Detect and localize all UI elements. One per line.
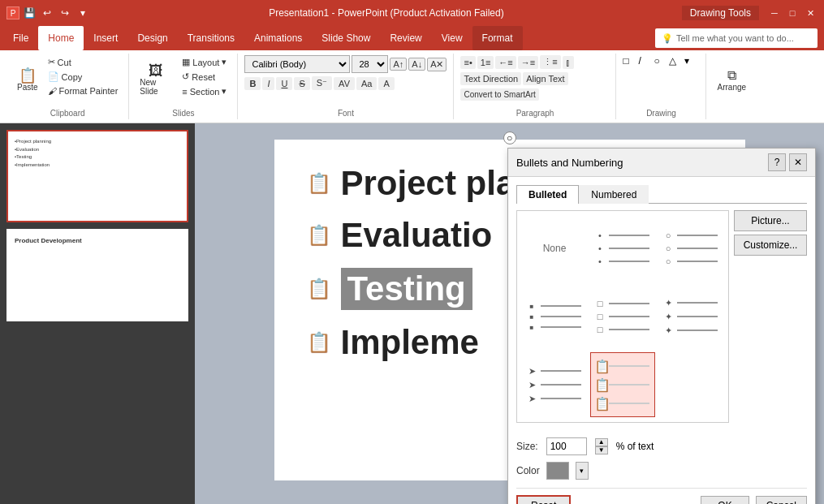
text-shadow-button[interactable]: S⁻ <box>312 76 332 90</box>
cur-line-2: 📋 <box>594 377 651 393</box>
columns-button[interactable]: ⫿ <box>563 56 574 69</box>
tell-me-input[interactable]: 💡 Tell me what you want to do... <box>655 28 818 48</box>
clipboard-col: ✂ Cut 📄 Copy 🖌 Format Painter <box>44 55 123 97</box>
menu-format[interactable]: Format <box>472 26 523 50</box>
bullet-grid-area: None • • • ○ <box>516 210 807 431</box>
cur-sym-1: 📋 <box>594 359 606 374</box>
font-family-select[interactable]: Calibri (Body) <box>244 55 350 73</box>
reset-button[interactable]: Reset <box>516 495 571 504</box>
align-text-button[interactable]: Align Text <box>523 72 568 85</box>
bullet-cell-current[interactable]: 📋 📋 📋 <box>590 352 655 417</box>
cancel-button[interactable]: Cancel <box>756 496 807 504</box>
open-circle-line-1: ○ <box>662 230 719 240</box>
redo-button[interactable]: ↪ <box>57 5 73 21</box>
copy-label: Copy <box>62 72 83 82</box>
menu-review[interactable]: Review <box>380 26 431 50</box>
bullet-cell-diamond[interactable]: ✦ ✦ ✦ <box>658 284 723 349</box>
save-button[interactable]: 💾 <box>21 5 37 21</box>
drawing-group: □ / ○ △ ▾ Drawing <box>616 54 706 119</box>
layout-button[interactable]: ▦ Layout▾ <box>178 55 231 69</box>
bullet-dash-2 <box>609 248 649 249</box>
strikethrough-button[interactable]: S <box>294 77 309 90</box>
slide-thumb-2[interactable]: Product Development <box>6 229 188 321</box>
menu-file[interactable]: File <box>3 26 38 50</box>
arrange-button[interactable]: ⧉ Arrange <box>713 55 750 104</box>
new-slide-button[interactable]: 🖼 New Slide <box>136 55 176 104</box>
arrange-label: Arrange <box>717 83 746 92</box>
shape-rect[interactable]: □ <box>623 55 637 67</box>
menu-slideshow[interactable]: Slide Show <box>312 26 380 50</box>
paste-button[interactable]: 📋 Paste <box>13 55 42 104</box>
close-button[interactable]: ✕ <box>803 6 818 20</box>
bold-button[interactable]: B <box>244 77 261 90</box>
char-spacing-button[interactable]: AV <box>334 77 355 90</box>
reset-button[interactable]: ↺ Reset <box>178 70 231 84</box>
increase-indent-button[interactable]: →≡ <box>518 56 538 69</box>
ok-button[interactable]: OK <box>701 496 749 504</box>
customize-qat-button[interactable]: ▾ <box>75 5 91 21</box>
color-dropdown-button[interactable]: ▾ <box>576 462 589 480</box>
shape-line[interactable]: / <box>638 55 653 67</box>
open-sym-1: ○ <box>662 230 674 240</box>
menu-design[interactable]: Design <box>127 26 177 50</box>
more-shapes-button[interactable]: ▾ <box>684 55 699 67</box>
bullet-cell-hollow-square[interactable]: □ □ □ <box>590 284 655 349</box>
change-case-button[interactable]: Aa <box>356 77 377 90</box>
menu-home[interactable]: Home <box>38 26 84 50</box>
clear-formatting-button[interactable]: A✕ <box>427 58 447 71</box>
menu-insert[interactable]: Insert <box>84 26 127 50</box>
menu-view[interactable]: View <box>432 26 472 50</box>
undo-button[interactable]: ↩ <box>39 5 55 21</box>
copy-button[interactable]: 📄 Copy <box>44 70 123 84</box>
text-direction-button[interactable]: Text Direction <box>460 72 521 85</box>
font-color-button[interactable]: A <box>378 77 394 90</box>
decrease-indent-button[interactable]: ←≡ <box>495 56 516 69</box>
slide-thumb-inner-2: Product Development <box>8 230 187 320</box>
smart-art-button[interactable]: ⋮≡ <box>540 55 560 69</box>
menu-animations[interactable]: Animations <box>244 26 312 50</box>
dialog-title-bar: Bullets and Numbering ? ✕ <box>508 149 815 177</box>
bullet-line-2: • <box>594 243 651 253</box>
decrease-font-button[interactable]: A↓ <box>408 58 425 71</box>
menu-transitions[interactable]: Transitions <box>178 26 244 50</box>
shape-oval[interactable]: ○ <box>654 55 668 67</box>
dialog-action-buttons: Picture... Customize... <box>734 210 807 424</box>
slide-thumb-1[interactable]: •Project planning •Evaluation •Testing •… <box>6 130 188 222</box>
italic-button[interactable]: I <box>262 77 274 90</box>
sq-line-2: ■ <box>526 313 583 321</box>
section-button[interactable]: ≡ Section▾ <box>178 84 231 98</box>
picture-button[interactable]: Picture... <box>734 210 807 231</box>
bullet-cell-arrow[interactable]: ➤ ➤ ➤ <box>522 352 587 417</box>
bullet-cell-filled-circle[interactable]: • • • <box>590 216 655 281</box>
tab-bulleted[interactable]: Bulleted <box>516 185 579 204</box>
customize-button[interactable]: Customize... <box>734 235 807 256</box>
size-input[interactable] <box>546 437 587 455</box>
bullet-cell-square[interactable]: ■ ■ ■ <box>522 284 587 349</box>
hsq-dash-3 <box>609 329 649 330</box>
shape-grid: □ / ○ △ ▾ <box>623 55 699 67</box>
font-size-select[interactable]: 28 <box>352 55 388 73</box>
maximize-button[interactable]: □ <box>785 6 800 20</box>
open-sym-2: ○ <box>662 243 674 253</box>
dialog-close-button[interactable]: ✕ <box>789 153 807 171</box>
convert-smartart-button[interactable]: Convert to SmartArt <box>460 88 538 101</box>
bullet-cell-open-circle[interactable]: ○ ○ ○ <box>658 216 723 281</box>
font-group-label: Font <box>238 109 453 118</box>
size-increment-button[interactable]: ▲ <box>595 438 608 446</box>
bullets-button[interactable]: ≡• <box>460 56 475 69</box>
format-painter-button[interactable]: 🖌 Format Painter <box>44 84 123 97</box>
bullet-cell-none[interactable]: None <box>522 216 587 281</box>
color-swatch[interactable] <box>546 462 569 480</box>
minimize-button[interactable]: ─ <box>767 6 782 20</box>
bullet-dash-1 <box>609 235 649 236</box>
text-direction-label: Text Direction <box>464 74 518 84</box>
tab-numbered[interactable]: Numbered <box>579 185 649 204</box>
shape-rt-tri[interactable]: △ <box>669 55 684 67</box>
increase-font-button[interactable]: A↑ <box>390 58 407 71</box>
dialog-help-button[interactable]: ? <box>768 153 786 171</box>
numbering-button[interactable]: 1≡ <box>477 56 494 69</box>
size-decrement-button[interactable]: ▼ <box>595 446 608 454</box>
cut-button[interactable]: ✂ Cut <box>44 55 123 69</box>
underline-button[interactable]: U <box>276 77 292 90</box>
bullet-sym-2: • <box>594 243 606 253</box>
